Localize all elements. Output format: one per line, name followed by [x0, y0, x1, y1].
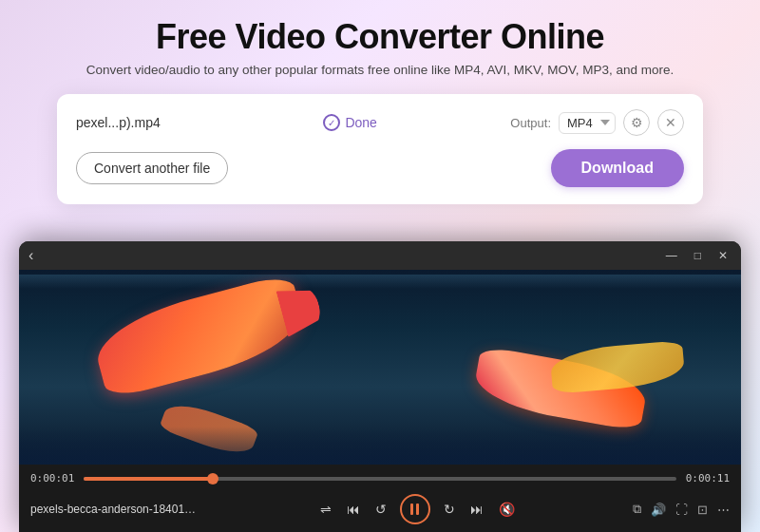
fullscreen-button[interactable]: ⛶: [675, 503, 688, 517]
page-title: Free Video Converter Online: [0, 0, 760, 57]
output-format-select[interactable]: MP4 AVI MKV MOV MP3: [559, 112, 616, 134]
minimize-button[interactable]: —: [662, 247, 681, 264]
shuffle-button[interactable]: ⇌: [318, 500, 333, 519]
converter-card: pexel...p).mp4 ✓ Done Output: MP4 AVI MK…: [57, 94, 703, 204]
pip-button[interactable]: ⧉: [633, 502, 641, 517]
rewind-button[interactable]: ↺: [373, 500, 389, 519]
pause-icon: [410, 504, 419, 515]
progress-bar[interactable]: [84, 477, 675, 481]
progress-fill: [84, 477, 214, 481]
done-badge: ✓ Done: [201, 114, 499, 131]
pause-button[interactable]: [400, 494, 430, 524]
cast-button[interactable]: ⊡: [697, 503, 708, 517]
next-button[interactable]: ⏭: [468, 500, 485, 519]
close-button[interactable]: ✕: [657, 109, 684, 136]
forward-button[interactable]: ↻: [442, 500, 457, 519]
progress-thumb: [207, 473, 218, 484]
window-controls: — □ ✕: [662, 247, 732, 264]
current-time: 0:00:01: [30, 472, 74, 484]
volume-button[interactable]: 🔊: [651, 503, 666, 517]
video-frame: [19, 270, 741, 465]
fish-decoration-3: [549, 340, 685, 394]
media-player: ‹ — □ ✕ 0:00:01 0:00:11: [19, 241, 741, 532]
window-close-button[interactable]: ✕: [714, 247, 732, 264]
maximize-button[interactable]: □: [691, 247, 705, 264]
output-section: Output: MP4 AVI MKV MOV MP3 ⚙ ✕: [510, 109, 684, 136]
download-button[interactable]: Download: [551, 149, 684, 187]
fish-decoration-1: [88, 273, 310, 400]
player-title-bar: ‹ — □ ✕: [19, 241, 741, 270]
controls-right: ⧉ 🔊 ⛶ ⊡ ⋯: [633, 502, 730, 517]
file-name-label: pexel...p).mp4: [76, 115, 190, 130]
mute-button[interactable]: 🔇: [497, 500, 517, 519]
done-label: Done: [345, 115, 376, 130]
player-back-button[interactable]: ‹: [28, 247, 33, 264]
settings-button[interactable]: ⚙: [623, 109, 650, 136]
player-file-name: pexels-becca-anderson-1840110...: [30, 503, 201, 516]
progress-area: 0:00:01 0:00:11: [19, 465, 741, 488]
previous-button[interactable]: ⏮: [345, 500, 362, 519]
convert-another-button[interactable]: Convert another file: [76, 152, 228, 184]
page-subtitle: Convert video/audio to any other popular…: [0, 63, 760, 77]
end-time: 0:00:11: [686, 472, 730, 484]
player-controls: pexels-becca-anderson-1840110... ⇌ ⏮ ↺ ↻…: [19, 488, 741, 532]
checkmark-icon: ✓: [323, 114, 340, 131]
controls-center: ⇌ ⏮ ↺ ↻ ⏭ 🔇: [201, 494, 633, 524]
more-button[interactable]: ⋯: [717, 503, 730, 517]
output-label: Output:: [510, 116, 551, 130]
